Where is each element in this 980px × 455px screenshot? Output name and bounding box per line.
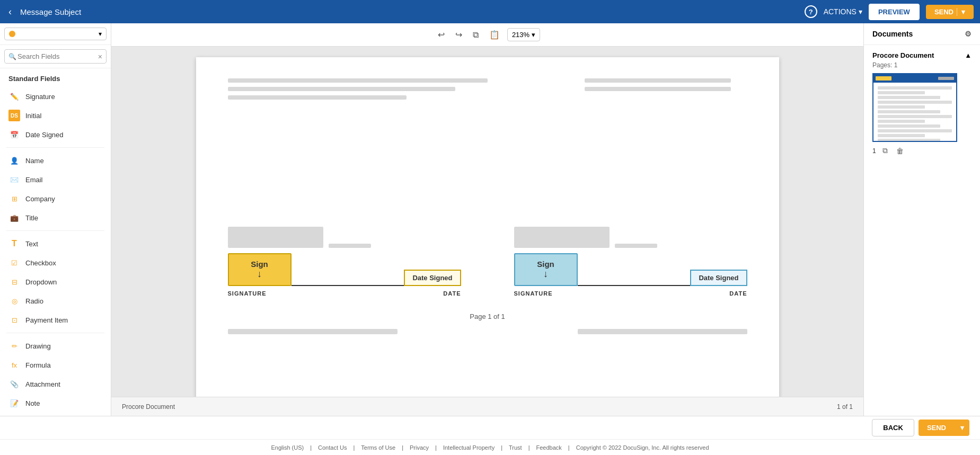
bottom-bar: BACK SEND ▾ xyxy=(0,416,980,439)
divider-3 xyxy=(6,333,104,333)
zoom-value: 213% xyxy=(512,31,529,39)
sidebar-label-radio: Radio xyxy=(25,297,43,305)
search-container: 🔍 × xyxy=(0,45,111,68)
page-footer: English (US) | Contact Us | Terms of Use… xyxy=(0,439,980,455)
sidebar-item-initial[interactable]: DS Initial xyxy=(0,106,111,125)
sign-button-left[interactable]: Sign ↓ xyxy=(228,253,292,286)
sidebar-item-payment-item[interactable]: ⊡ Payment Item xyxy=(0,310,111,329)
sidebar-label-attachment: Attachment xyxy=(25,380,60,388)
send-button-top[interactable]: SEND ▾ xyxy=(926,5,974,19)
copyright: Copyright © 2022 DocuSign, Inc. All righ… xyxy=(576,444,709,451)
sig-controls-right: Sign ↓ Date Signed xyxy=(514,253,747,286)
recipient-dropdown[interactable]: ▾ xyxy=(4,28,107,40)
document-name-footer: Procore Document xyxy=(122,403,175,411)
back-nav-button[interactable]: ‹ xyxy=(6,4,14,20)
text-icon: T xyxy=(8,238,20,249)
paste-button[interactable]: 📋 xyxy=(486,28,503,42)
zoom-chevron-icon: ▾ xyxy=(532,31,535,39)
sidebar-item-title[interactable]: 💼 Title xyxy=(0,208,111,227)
sig-labels-right: SIGNATURE DATE xyxy=(514,288,747,297)
sidebar-item-dropdown[interactable]: ⊟ Dropdown xyxy=(0,272,111,291)
copy-button[interactable]: ⧉ xyxy=(470,28,482,42)
locale-label[interactable]: English (US) xyxy=(271,444,304,451)
sig-right-placeholder xyxy=(514,227,747,248)
left-sidebar: ▾ 🔍 × Standard Fields ✏️ Signature DS In… xyxy=(0,23,111,416)
date-label-right: DATE xyxy=(729,290,747,297)
trust-link[interactable]: Trust xyxy=(509,444,522,451)
chevron-down-icon: ▾ xyxy=(99,30,102,38)
date-signed-button-right[interactable]: Date Signed xyxy=(690,270,747,286)
sidebar-label-company: Company xyxy=(25,195,55,203)
drawing-icon: ✏ xyxy=(8,340,20,352)
actions-button[interactable]: ACTIONS ▾ xyxy=(824,7,862,16)
preview-button[interactable]: PREVIEW xyxy=(869,4,920,20)
dropdown-icon: ⊟ xyxy=(8,276,20,288)
document-toolbar: ↩ ↪ ⧉ 📋 213% ▾ xyxy=(111,23,863,47)
doc-content-area xyxy=(228,110,747,227)
send-button-bottom[interactable]: SEND ▾ xyxy=(919,420,969,436)
page-title: Message Subject xyxy=(20,7,798,16)
sig-block-left: Sign ↓ Date Signed SIGNATURE DATE xyxy=(228,227,461,297)
sidebar-label-name: Name xyxy=(25,157,44,165)
sidebar-item-radio[interactable]: ◎ Radio xyxy=(0,291,111,310)
recipient-color-dot xyxy=(9,31,15,37)
sig-gray-box-left xyxy=(228,227,323,248)
initial-icon: DS xyxy=(8,110,20,121)
sig-line-right xyxy=(578,285,691,286)
help-icon[interactable]: ? xyxy=(805,5,817,18)
signature-label-left: SIGNATURE xyxy=(228,290,267,297)
date-signed-button-left[interactable]: Date Signed xyxy=(404,270,461,286)
privacy-link[interactable]: Privacy xyxy=(410,444,429,451)
sidebar-label-formula: Formula xyxy=(25,361,51,369)
document-entry: Procore Document ▲ Pages: 1 xyxy=(864,45,980,163)
date-signed-icon: 📅 xyxy=(8,129,20,140)
collapse-icon[interactable]: ▲ xyxy=(965,51,972,59)
sidebar-item-attachment[interactable]: 📎 Attachment xyxy=(0,374,111,394)
feedback-link[interactable]: Feedback xyxy=(536,444,562,451)
sidebar-scroll: Standard Fields ✏️ Signature DS Initial … xyxy=(0,68,111,416)
signature-icon: ✏️ xyxy=(8,91,20,102)
back-button[interactable]: BACK xyxy=(872,419,914,436)
divider-1 xyxy=(6,147,104,148)
sign-button-right[interactable]: Sign ↓ xyxy=(514,253,578,286)
checkbox-icon: ☑ xyxy=(8,257,20,269)
payment-item-icon: ⊡ xyxy=(8,314,20,326)
contact-us-link[interactable]: Contact Us xyxy=(318,444,347,451)
signature-label-right: SIGNATURE xyxy=(514,290,553,297)
sidebar-item-text[interactable]: T Text xyxy=(0,234,111,253)
zoom-control[interactable]: 213% ▾ xyxy=(507,28,540,41)
sig-block-right: Sign ↓ Date Signed SIGNATURE DATE xyxy=(514,227,747,297)
document-scroll[interactable]: Sign ↓ Date Signed SIGNATURE DATE xyxy=(111,47,863,397)
doc-header-right xyxy=(585,78,747,104)
divider-2 xyxy=(6,230,104,231)
thumbnail-copy-button[interactable]: ⧉ xyxy=(880,145,890,156)
company-icon: ⊞ xyxy=(8,193,20,204)
sidebar-item-drawing[interactable]: ✏ Drawing xyxy=(0,336,111,355)
sidebar-item-company[interactable]: ⊞ Company xyxy=(0,189,111,208)
sidebar-item-date-signed[interactable]: 📅 Date Signed xyxy=(0,125,111,144)
sign-label-right: Sign xyxy=(537,260,554,269)
top-bar: ‹ Message Subject ? ACTIONS ▾ PREVIEW SE… xyxy=(0,0,980,23)
sidebar-item-name[interactable]: 👤 Name xyxy=(0,151,111,170)
document-thumbnail[interactable] xyxy=(872,73,957,142)
undo-button[interactable]: ↩ xyxy=(435,28,448,42)
sidebar-item-note[interactable]: 📝 Note xyxy=(0,394,111,413)
terms-link[interactable]: Terms of Use xyxy=(361,444,395,451)
clear-search-icon[interactable]: × xyxy=(98,52,102,61)
ip-link[interactable]: Intellectual Property xyxy=(443,444,495,451)
sidebar-item-formula[interactable]: fx Formula xyxy=(0,355,111,374)
sig-left-placeholder xyxy=(228,227,461,248)
note-icon: 📝 xyxy=(8,397,20,409)
page-number: Page 1 of 1 xyxy=(228,313,747,320)
search-input[interactable] xyxy=(4,49,107,64)
sidebar-item-checkbox[interactable]: ☑ Checkbox xyxy=(0,253,111,272)
thumbnail-delete-button[interactable]: 🗑 xyxy=(894,146,906,156)
sidebar-label-dropdown: Dropdown xyxy=(25,278,57,286)
redo-button[interactable]: ↪ xyxy=(452,28,465,42)
sig-line-left xyxy=(292,285,404,286)
gray-line-2 xyxy=(228,87,455,91)
standard-fields-title: Standard Fields xyxy=(0,73,111,87)
sidebar-item-signature[interactable]: ✏️ Signature xyxy=(0,87,111,106)
sidebar-item-email[interactable]: ✉️ Email xyxy=(0,170,111,189)
settings-icon[interactable]: ⚙ xyxy=(965,30,972,38)
